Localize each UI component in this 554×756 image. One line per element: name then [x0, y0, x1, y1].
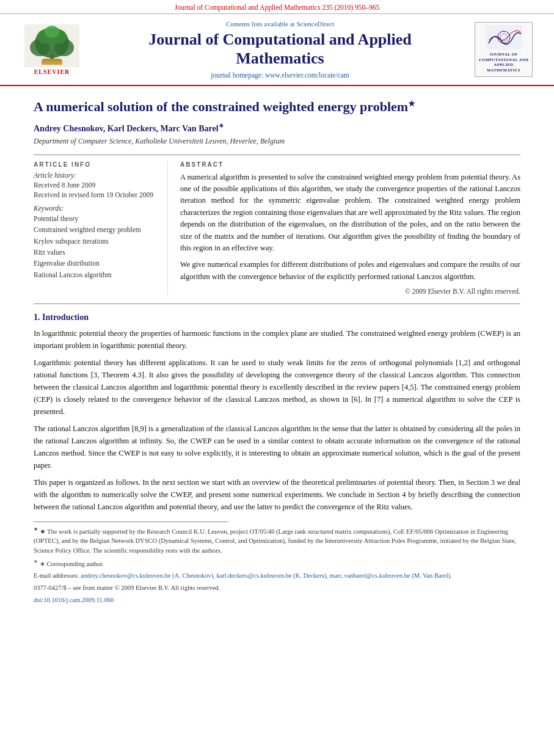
- keywords-list: Potential theoryConstrained weighted ene…: [34, 213, 155, 280]
- copyright: © 2009 Elsevier B.V. All rights reserved…: [180, 288, 520, 295]
- svg-rect-9: [43, 59, 61, 61]
- abstract-label: ABSTRACT: [180, 161, 520, 168]
- footnote-issn: 0377-0427/$ – see front matter © 2009 El…: [34, 583, 520, 593]
- main-content: A numerical solution of the constrained …: [0, 86, 554, 619]
- elsevier-logo-area: ELSEVIER: [18, 24, 86, 75]
- elsevier-tree-icon: [24, 24, 79, 67]
- article-info-column: ARTICLE INFO Article history: Received 8…: [34, 161, 168, 295]
- keyword-item: Potential theory: [34, 213, 155, 224]
- page: Journal of Computational and Applied Mat…: [0, 0, 554, 756]
- sciencedirect-link[interactable]: ScienceDirect: [296, 20, 334, 27]
- footnote-doi: doi:10.1016/j.cam.2009.11.060: [34, 595, 520, 605]
- journal-logo-icon: [486, 25, 522, 49]
- keyword-item: Eigenvalue distribution: [34, 258, 155, 269]
- keyword-item: Ritz values: [34, 247, 155, 258]
- homepage-link[interactable]: www.elsevier.com/locate/cam: [265, 71, 349, 79]
- email-label: E-mail addresses:: [34, 572, 79, 579]
- article-info-label: ARTICLE INFO: [34, 161, 155, 168]
- section1-paragraph: Logarithmic potential theory has differe…: [34, 357, 520, 418]
- footnote-star: ★ ★ The work is partially supported by t…: [34, 526, 520, 556]
- keyword-item: Constrained weighted energy problem: [34, 224, 155, 235]
- authors: Andrey Chesnokov, Karl Deckers, Marc Van…: [34, 122, 520, 134]
- section1-body: In logarithmic potential theory the prop…: [34, 327, 520, 513]
- article-history: Article history: Received 8 June 2009 Re…: [34, 172, 155, 200]
- contents-text: Contents lists available at: [226, 20, 295, 27]
- footnote-corresponding: ∗ ∗ Corresponding author.: [34, 558, 520, 569]
- journal-title: Journal of Computational and Applied Mat…: [86, 30, 475, 68]
- journal-logo-title: JOURNAL OFCOMPUTATIONAL ANDAPPLIEDMATHEM…: [478, 51, 530, 74]
- received-date: Received 8 June 2009: [34, 180, 155, 190]
- abstract-paragraph: A numerical algorithm is presented to so…: [180, 172, 520, 255]
- abstract-column: ABSTRACT A numerical algorithm is presen…: [168, 161, 520, 295]
- keyword-item: Krylov subspace iterations: [34, 236, 155, 247]
- footnote-emails: E-mail addresses: andrey.chesnokov@cs.ku…: [34, 571, 520, 581]
- article-title: A numerical solution of the constrained …: [34, 98, 520, 116]
- keywords-group: Keywords: Potential theoryConstrained we…: [34, 205, 155, 280]
- article-info-abstract: ARTICLE INFO Article history: Received 8…: [34, 154, 520, 295]
- history-label: Article history:: [34, 172, 155, 179]
- section1-paragraph: The rational Lanczos algorithm [8,9] is …: [34, 423, 520, 471]
- abstract-text: A numerical algorithm is presented to so…: [180, 172, 520, 283]
- journal-logo: JOURNAL OFCOMPUTATIONAL ANDAPPLIEDMATHEM…: [475, 22, 533, 77]
- journal-header: ELSEVIER Contents lists available at Sci…: [0, 14, 554, 86]
- journal-citation: Journal of Computational and Applied Mat…: [175, 4, 379, 11]
- section1-paragraph: In logarithmic potential theory the prop…: [34, 327, 520, 352]
- journal-homepage: journal homepage: www.elsevier.com/locat…: [86, 71, 475, 79]
- email-addresses: andrey.chesnokov@cs.kuleuven.be (A. Ches…: [81, 572, 452, 579]
- contents-available-line: Contents lists available at ScienceDirec…: [86, 20, 475, 27]
- journal-title-area: Contents lists available at ScienceDirec…: [86, 20, 475, 79]
- journal-logo-box: JOURNAL OFCOMPUTATIONAL ANDAPPLIEDMATHEM…: [475, 22, 536, 77]
- svg-rect-10: [486, 25, 522, 49]
- top-bar: Journal of Computational and Applied Mat…: [0, 0, 554, 14]
- affiliation: Department of Computer Science, Katholie…: [34, 137, 520, 146]
- section1-paragraph: This paper is organized as follows. In t…: [34, 476, 520, 513]
- section-divider: [34, 303, 520, 304]
- footnote-divider: [34, 522, 228, 522]
- keywords-label: Keywords:: [34, 205, 155, 212]
- keyword-item: Rational Lanczos algorithm: [34, 269, 155, 280]
- elsevier-label: ELSEVIER: [34, 68, 70, 75]
- abstract-paragraph: We give numerical examples for different…: [180, 259, 520, 283]
- svg-point-7: [45, 26, 59, 38]
- revised-date: Received in revised form 19 October 2009: [34, 190, 155, 200]
- section1-heading: 1. Introduction: [34, 313, 520, 322]
